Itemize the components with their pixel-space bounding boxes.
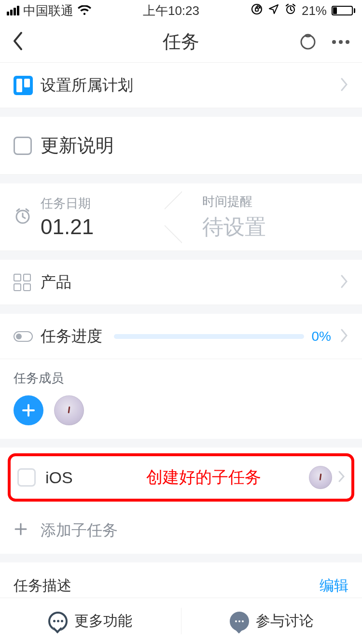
- pomodoro-button[interactable]: [298, 31, 318, 53]
- progress-bar: [114, 334, 304, 339]
- page-title: 任务: [79, 29, 283, 54]
- edit-description-button[interactable]: 编辑: [320, 576, 348, 596]
- join-discussion-label: 参与讨论: [256, 611, 314, 631]
- svg-rect-1: [255, 8, 258, 11]
- join-discussion-button[interactable]: 参与讨论: [181, 598, 362, 644]
- category-row[interactable]: 产品: [0, 260, 362, 305]
- task-checkbox[interactable]: [14, 137, 32, 155]
- chevron-right-icon: [338, 470, 346, 485]
- wifi-icon: [77, 5, 92, 16]
- progress-value: 0%: [312, 329, 331, 344]
- task-title-row[interactable]: 更新说明: [0, 117, 362, 175]
- task-title: 更新说明: [41, 133, 348, 158]
- set-plan-row[interactable]: 设置所属计划: [0, 63, 362, 108]
- svg-point-6: [346, 40, 349, 44]
- alarm-icon: [284, 3, 297, 19]
- task-date-value: 01.21: [41, 215, 94, 239]
- chevron-right-icon: [340, 274, 348, 291]
- subtask-row[interactable]: iOS 创建好的子任务: [11, 456, 351, 499]
- subtask-highlight-annotation: iOS 创建好的子任务: [8, 453, 354, 502]
- progress-icon: [14, 331, 33, 342]
- add-subtask-row[interactable]: 添加子任务: [0, 507, 362, 554]
- cell-signal-icon: [7, 6, 19, 15]
- subtask-annotation-text: 创建好的子任务: [98, 466, 309, 489]
- more-button[interactable]: [331, 38, 350, 46]
- status-time: 上午10:23: [143, 2, 199, 19]
- plus-icon: [14, 520, 41, 541]
- set-plan-label: 设置所属计划: [41, 75, 340, 96]
- svg-point-5: [339, 40, 343, 44]
- task-date-label: 任务日期: [41, 195, 94, 212]
- carrier-label: 中国联通: [23, 2, 73, 19]
- orientation-lock-icon: [251, 3, 263, 19]
- battery-percent: 21%: [302, 3, 327, 18]
- more-features-icon: [48, 612, 68, 631]
- bottom-bar: 更多功能 参与讨论: [0, 598, 362, 644]
- battery-icon: [332, 6, 355, 15]
- clock-icon: [14, 207, 32, 227]
- reminder-button[interactable]: 时间提醒 待设置: [173, 193, 362, 241]
- description-row[interactable]: 任务描述 编辑: [0, 562, 362, 598]
- member-avatar[interactable]: [54, 395, 84, 425]
- nav-bar: 任务: [0, 21, 362, 63]
- add-subtask-label: 添加子任务: [41, 520, 348, 541]
- status-bar: 中国联通 上午10:23 21%: [0, 0, 362, 21]
- progress-label: 任务进度: [41, 326, 102, 347]
- category-label: 产品: [41, 272, 340, 293]
- members-section: 任务成员: [0, 359, 362, 439]
- chevron-right-icon: [340, 328, 348, 345]
- category-icon: [14, 274, 31, 291]
- more-features-label: 更多功能: [74, 611, 132, 631]
- add-member-button[interactable]: [14, 395, 43, 425]
- date-reminder-row: 任务日期 01.21 时间提醒 待设置: [0, 183, 362, 251]
- chevron-right-icon: [340, 77, 348, 94]
- more-features-button[interactable]: 更多功能: [0, 598, 181, 644]
- description-label: 任务描述: [14, 576, 320, 596]
- back-button[interactable]: [12, 31, 24, 53]
- subtask-assignee-avatar: [309, 466, 332, 489]
- reminder-label: 时间提醒: [202, 193, 266, 210]
- members-section-label: 任务成员: [14, 370, 348, 387]
- discussion-icon: [230, 612, 249, 631]
- reminder-value: 待设置: [202, 213, 266, 241]
- subtask-checkbox[interactable]: [17, 468, 36, 487]
- svg-point-4: [332, 40, 336, 44]
- task-date-button[interactable]: 任务日期 01.21: [0, 195, 173, 239]
- plan-board-icon: [14, 76, 33, 95]
- progress-row[interactable]: 任务进度 0%: [0, 314, 362, 359]
- subtask-name: iOS: [45, 468, 98, 487]
- location-icon: [268, 3, 279, 18]
